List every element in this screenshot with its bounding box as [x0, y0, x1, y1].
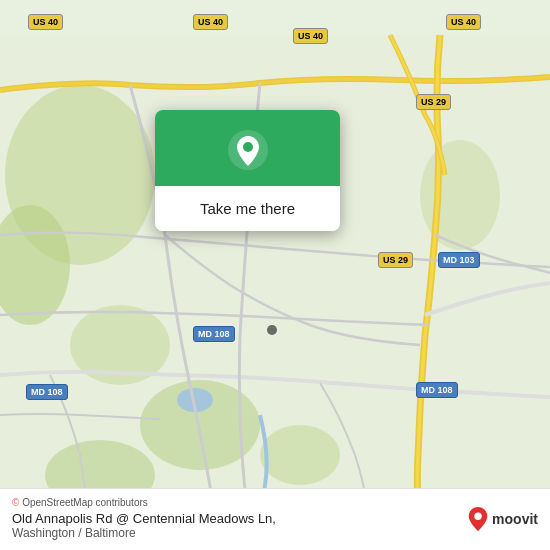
shield-us40-topleft: US 40: [28, 14, 63, 30]
shield-md103: MD 103: [438, 252, 480, 268]
map-svg: [0, 0, 550, 550]
svg-point-9: [267, 325, 277, 335]
location-name: Old Annapolis Rd @ Centennial Meadows Ln…: [12, 511, 538, 526]
svg-point-12: [474, 513, 481, 520]
shield-us29-upper: US 29: [416, 94, 451, 110]
shield-us40-farright: US 40: [446, 14, 481, 30]
moovit-pin-icon: [467, 506, 489, 532]
shield-us40-topcenter: US 40: [193, 14, 228, 30]
shield-md108-center: MD 108: [193, 326, 235, 342]
moovit-label: moovit: [492, 511, 538, 527]
shield-us40-topright2: US 40: [293, 28, 328, 44]
copyright-icon: ©: [12, 497, 19, 508]
svg-point-11: [243, 142, 253, 152]
moovit-logo: moovit: [467, 506, 538, 532]
svg-point-5: [260, 425, 340, 485]
map-container: US 40 US 40 US 40 US 40 US 29 US 29 MD 1…: [0, 0, 550, 550]
take-me-there-button[interactable]: Take me there: [155, 186, 340, 231]
location-region: Washington / Baltimore: [12, 526, 538, 540]
shield-md108-left: MD 108: [26, 384, 68, 400]
popup-header: [155, 110, 340, 186]
shield-us29-mid: US 29: [378, 252, 413, 268]
location-pin-icon: [226, 128, 270, 172]
osm-credit: © OpenStreetMap contributors: [12, 497, 538, 508]
popup-card: Take me there: [155, 110, 340, 231]
shield-md108-right: MD 108: [416, 382, 458, 398]
